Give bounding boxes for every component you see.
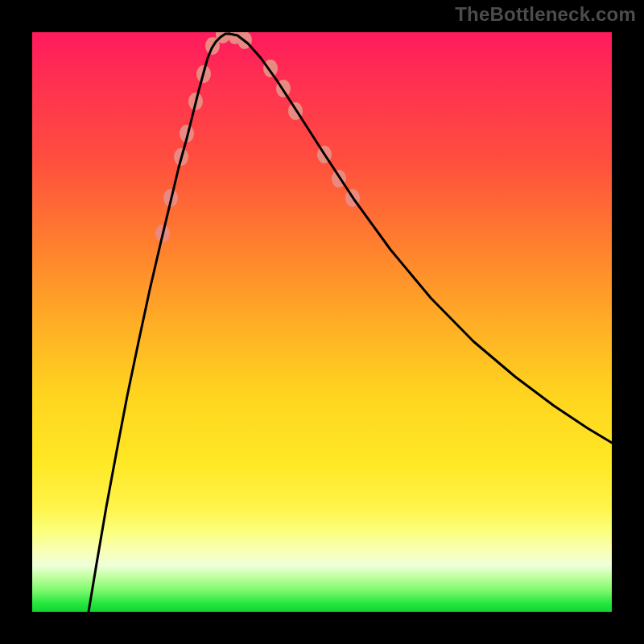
marker-dot (263, 60, 278, 77)
chart-frame: TheBottleneck.com (0, 0, 644, 644)
curve-layer (89, 34, 612, 612)
watermark-text: TheBottleneck.com (455, 3, 636, 26)
plot-area (32, 32, 612, 612)
chart-svg (32, 32, 612, 612)
series-left-curve (89, 34, 229, 612)
series-right-curve (229, 34, 612, 443)
